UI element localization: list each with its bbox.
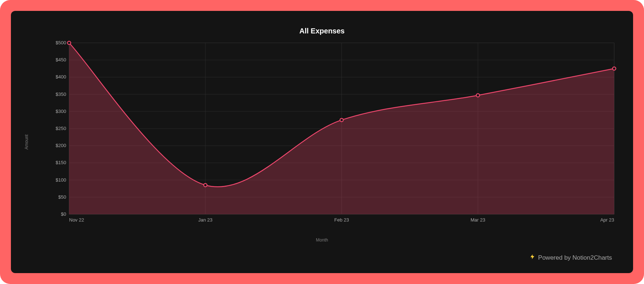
footer-text: Powered by Notion2Charts xyxy=(538,254,612,261)
chart-title: All Expenses xyxy=(11,27,633,35)
x-tick-label: Apr 23 xyxy=(600,217,614,223)
footer[interactable]: Powered by Notion2Charts xyxy=(529,254,612,261)
x-tick-label: Feb 23 xyxy=(334,217,349,223)
y-tick-label: $450 xyxy=(56,57,66,62)
y-tick-label: $250 xyxy=(56,126,66,131)
bolt-icon xyxy=(529,254,535,261)
data-point xyxy=(340,118,343,122)
y-tick-label: $350 xyxy=(56,92,66,97)
x-tick-label: Jan 23 xyxy=(198,217,212,223)
chart-panel: All Expenses Amount $0$50$100$150$200$25… xyxy=(11,11,633,273)
y-tick-label: $150 xyxy=(56,160,66,165)
data-point xyxy=(613,67,616,70)
y-tick-label: $0 xyxy=(61,211,66,217)
data-point xyxy=(476,94,480,97)
y-tick-label: $50 xyxy=(58,194,66,200)
outer-frame: All Expenses Amount $0$50$100$150$200$25… xyxy=(0,0,644,284)
y-tick-label: $300 xyxy=(56,109,66,114)
y-axis-label: Amount xyxy=(24,134,29,149)
y-tick-label: $500 xyxy=(56,40,66,45)
y-tick-label: $100 xyxy=(56,177,66,183)
x-axis-label: Month xyxy=(11,238,633,243)
x-tick-label: Mar 23 xyxy=(471,217,485,223)
data-point xyxy=(68,41,71,45)
x-tick-label: Nov 22 xyxy=(69,217,84,223)
y-tick-label: $200 xyxy=(56,143,66,148)
chart-svg: $0$50$100$150$200$250$300$350$400$450$50… xyxy=(55,43,614,214)
plot-area: $0$50$100$150$200$250$300$350$400$450$50… xyxy=(55,43,614,214)
y-tick-label: $400 xyxy=(56,74,66,80)
data-point xyxy=(204,183,207,187)
